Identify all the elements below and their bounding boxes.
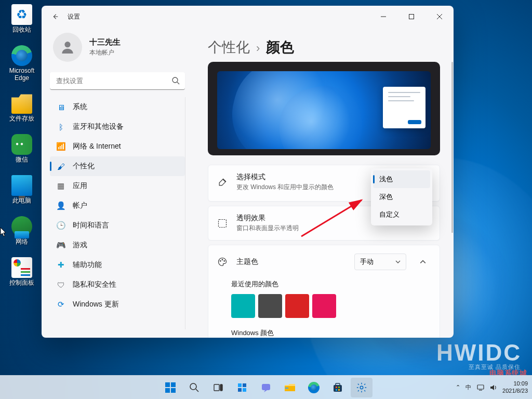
desktop-icon-network[interactable]: 网络	[3, 215, 41, 247]
tray-overflow[interactable]: ⌃	[456, 384, 460, 391]
color-swatch[interactable]	[258, 294, 282, 318]
nav-item-6[interactable]: 🕒时间和语言	[50, 216, 185, 235]
taskbar-taskview[interactable]	[207, 378, 229, 397]
svg-rect-20	[238, 388, 242, 392]
mode-dropdown[interactable]: 浅色深色自定义	[371, 168, 432, 225]
nav-item-5[interactable]: 👤帐户	[50, 196, 185, 216]
mode-option[interactable]: 深色	[373, 188, 430, 206]
svg-rect-24	[285, 388, 288, 389]
this-pc-icon	[11, 175, 32, 196]
nav-label: 应用	[73, 181, 87, 191]
accent-mode-select[interactable]: 手动	[354, 254, 406, 270]
palette-icon	[217, 256, 228, 268]
svg-rect-19	[243, 383, 246, 387]
desktop-icon-wechat[interactable]: 微信	[3, 133, 41, 165]
nav-icon: 🎮	[56, 241, 65, 250]
choose-mode-card[interactable]: 选择模式 更改 Windows 和应用中显示的颜色 浅色深色自定义	[208, 165, 440, 202]
taskbar-settings[interactable]	[351, 378, 373, 397]
breadcrumb-current: 颜色	[266, 38, 294, 57]
taskbar-widgets[interactable]	[231, 378, 253, 397]
nav-label: 蓝牙和其他设备	[73, 122, 124, 131]
svg-rect-27	[336, 387, 337, 388]
color-swatch[interactable]	[231, 294, 255, 318]
content-pane: 个性化 › 颜色	[193, 28, 454, 338]
tray-network-icon[interactable]	[476, 383, 485, 392]
search-input[interactable]	[50, 72, 185, 90]
desktop-icon-edge[interactable]: Microsoft Edge	[3, 44, 41, 83]
svg-point-6	[220, 261, 221, 262]
desktop-icon-control-panel[interactable]: 控制面板	[3, 256, 41, 288]
user-account-type: 本地帐户	[89, 48, 121, 57]
nav-label: 辅助功能	[73, 260, 102, 270]
tray-volume-icon[interactable]	[489, 383, 497, 392]
svg-rect-18	[238, 383, 242, 387]
tray-ime[interactable]: 中	[466, 383, 471, 391]
nav-label: 帐户	[73, 201, 87, 210]
nav-item-8[interactable]: ✚辅助功能	[50, 255, 185, 275]
window-title: 设置	[68, 12, 80, 21]
nav-item-1[interactable]: ᛒ蓝牙和其他设备	[50, 117, 185, 137]
nav-item-9[interactable]: 🛡隐私和安全性	[50, 275, 185, 295]
titlebar[interactable]: 设置	[42, 6, 454, 28]
svg-rect-26	[336, 383, 340, 385]
mode-option[interactable]: 浅色	[373, 170, 430, 188]
recent-colors-row	[231, 294, 432, 318]
minimize-button[interactable]	[371, 8, 395, 25]
back-button[interactable]	[47, 8, 63, 25]
taskbar-search[interactable]	[183, 378, 205, 397]
taskbar-tray: ⌃ 中 10:09 2021/8/23	[456, 380, 528, 394]
nav-item-3[interactable]: 🖌个性化	[50, 156, 185, 176]
start-button[interactable]	[159, 378, 181, 397]
nav-icon: ▦	[56, 181, 65, 191]
breadcrumb-parent[interactable]: 个性化	[208, 38, 250, 57]
color-swatch[interactable]	[285, 294, 309, 318]
svg-rect-12	[165, 388, 170, 393]
nav-icon: 📶	[56, 142, 65, 151]
search-box[interactable]	[50, 72, 185, 90]
brush-icon	[217, 177, 228, 188]
chevron-right-icon: ›	[256, 42, 260, 55]
desktop-icon-recycle-bin[interactable]: 回收站	[3, 3, 41, 35]
nav-icon: 🖌	[56, 162, 65, 171]
chevron-down-icon	[395, 259, 401, 264]
taskbar[interactable]: ⌃ 中 10:09 2021/8/23	[0, 375, 532, 399]
tray-clock[interactable]: 10:09 2021/8/23	[502, 380, 528, 394]
desktop-icons: 回收站 Microsoft Edge 文件存放 微信 此电脑 网络 控制面板	[3, 3, 41, 287]
edge-icon	[11, 45, 32, 66]
color-swatch[interactable]	[312, 294, 336, 318]
taskbar-edge[interactable]	[303, 378, 325, 397]
windows-colors-label: Windows 颜色	[231, 328, 432, 338]
maximize-button[interactable]	[400, 8, 423, 25]
control-panel-icon	[11, 257, 32, 278]
nav-item-0[interactable]: 🖥系统	[50, 97, 185, 117]
svg-rect-22	[262, 384, 270, 390]
content-scroll[interactable]: 选择模式 更改 Windows 和应用中显示的颜色 浅色深色自定义 透明效果 窗…	[193, 62, 454, 338]
close-button[interactable]	[428, 8, 451, 25]
svg-rect-30	[338, 389, 340, 391]
nav-label: 个性化	[73, 162, 95, 171]
nav-label: 隐私和安全性	[73, 280, 116, 289]
svg-rect-25	[334, 385, 342, 392]
network-icon	[11, 216, 32, 237]
nav-item-7[interactable]: 🎮游戏	[50, 235, 185, 255]
accent-title: 主题色	[236, 257, 346, 267]
desktop-icon-folder[interactable]: 文件存放	[3, 92, 41, 124]
nav-item-2[interactable]: 📶网络 & Internet	[50, 137, 185, 156]
nav-item-10[interactable]: ⟳Windows 更新	[50, 295, 185, 314]
desktop-icon-this-pc[interactable]: 此电脑	[3, 174, 41, 206]
taskbar-store[interactable]	[327, 378, 349, 397]
nav-icon: 👤	[56, 201, 65, 210]
nav-item-4[interactable]: ▦应用	[50, 176, 185, 196]
svg-rect-1	[409, 15, 414, 19]
accent-color-card[interactable]: 主题色 手动 最近使用的颜色 Windows 颜色	[208, 245, 440, 338]
user-account-row[interactable]: 十三先生 本地帐户	[50, 28, 185, 71]
mode-option[interactable]: 自定义	[373, 206, 430, 223]
taskbar-chat[interactable]	[255, 378, 277, 397]
transparency-icon	[217, 218, 228, 229]
scrollbar[interactable]	[451, 62, 453, 338]
collapse-button[interactable]	[415, 254, 431, 270]
folder-icon	[11, 93, 32, 114]
nav-label: Windows 更新	[73, 300, 119, 309]
taskbar-explorer[interactable]	[279, 378, 301, 397]
wechat-icon	[11, 134, 32, 155]
